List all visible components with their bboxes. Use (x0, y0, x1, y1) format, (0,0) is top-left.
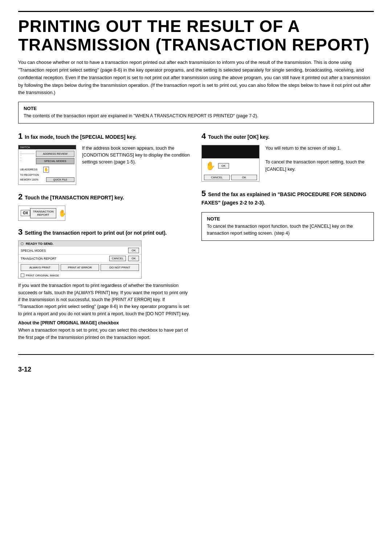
screen3-header: READY TO SEND. (19, 241, 141, 247)
step1-heading-text: In fax mode, touch the [SPECIAL MODES] k… (25, 134, 136, 140)
screen4-cancel-row: CANCEL OK (202, 174, 259, 181)
step4-desc-line2: To cancel the transaction report setting… (265, 159, 364, 171)
address-review-btn[interactable]: ADDRESS REVIEW (36, 151, 74, 157)
screen1-header: SWITCH (19, 145, 76, 149)
step4-body: ✋ OK CANCEL OK You will return to the sc… (201, 145, 374, 182)
page-number: 3-12 (18, 366, 374, 373)
screen3-ok-1[interactable]: OK (128, 248, 139, 253)
to-reception-label: TO RECEPTION (20, 174, 42, 176)
step4-heading-text: Touch the outer [OK] key. (208, 134, 269, 140)
screen3-special-row: SPECIAL MODES OK (19, 247, 141, 255)
step4-heading: 4Touch the outer [OK] key. (201, 131, 374, 142)
screen3-checkbox-row: PRINT ORIGINAL IMAGE (19, 272, 141, 278)
note-text-1: The contents of the transaction report a… (24, 113, 368, 119)
step3-heading: 3Setting the transaction report to print… (18, 227, 191, 238)
transaction-label: TRANSACTION (33, 210, 53, 213)
screen3-ready: READY TO SEND. (26, 242, 53, 246)
screen3-transaction: TRANSACTION REPORT (21, 257, 107, 260)
screen4-dark-area (202, 145, 259, 158)
special-modes-btn[interactable]: SPECIAL MODES (36, 158, 74, 164)
transaction-report-btn[interactable]: TRANSACTION REPORT (30, 208, 56, 218)
top-divider (18, 11, 374, 12)
screen4-ok[interactable]: OK (218, 163, 229, 169)
screen3-transaction-row: TRANSACTION REPORT CANCEL OK (19, 255, 141, 263)
screen3-ok-2[interactable]: OK (128, 256, 139, 261)
step2-heading-text: Touch the [TRANSACTION REPORT] key. (25, 195, 124, 200)
screen4-hand-row: ✋ OK (202, 158, 259, 174)
screen1-btns: ADDRESS REVIEW SPECIAL MODES (36, 151, 74, 165)
step-2: 2Touch the [TRANSACTION REPORT] key. OX … (18, 191, 191, 221)
step1-heading: 1In fax mode, touch the [SPECIAL MODES] … (18, 131, 191, 142)
step2-number: 2 (18, 192, 23, 201)
left-column: 1In fax mode, touch the [SPECIAL MODES] … (18, 131, 191, 347)
report-label: REPORT (33, 213, 53, 216)
title-line1: PRINTING OUT THE RESULT OF A (18, 17, 300, 36)
page-title: PRINTING OUT THE RESULT OF A TRANSMISSIO… (18, 17, 374, 54)
right-column: 4Touch the outer [OK] key. ✋ OK CANCEL O… (201, 131, 374, 347)
step-5: 5Send the fax as explained in "BASIC PRO… (201, 188, 374, 206)
screen1-body: ··· ··· ··· ··· ADDRESS REVIEW SPECIAL M… (19, 149, 76, 185)
always-print-btn[interactable]: ALWAYS PRINT (21, 264, 59, 271)
title-line2: TRANSMISSION (TRANSACTION REPORT) (18, 35, 369, 54)
step1-desc: If the address book screen appears, touc… (82, 145, 191, 166)
step3-sub-heading: About the [PRINT ORIGINAL IMAGE] checkbo… (18, 320, 191, 325)
quick-file-btn[interactable]: QUICK FILE (46, 177, 74, 182)
screen3-action-btns: ALWAYS PRINT PRINT AT ERROR DO NOT PRINT (19, 263, 141, 272)
screen1-left-list: ··· ··· ··· ··· (20, 151, 34, 165)
step-3: 3Setting the transaction report to print… (18, 227, 191, 341)
step2-screen: OX TRANSACTION REPORT ✋ (18, 206, 65, 221)
hand-icon-2: ✋ (58, 209, 66, 217)
print-at-error-btn[interactable]: PRINT AT ERROR (61, 264, 99, 271)
hand-icon-1: ✋ (43, 167, 49, 173)
note-label-2: NOTE (207, 216, 368, 222)
print-original-label: PRINT ORIGINAL IMAGE (26, 274, 59, 277)
step4-desc: You will return to the screen of step 1.… (265, 145, 374, 173)
step5-heading: 5Send the fax as explained in "BASIC PRO… (201, 188, 374, 206)
step-4: 4Touch the outer [OK] key. ✋ OK CANCEL O… (201, 131, 374, 182)
step3-heading-text: Setting the transaction report to print … (25, 230, 167, 236)
screen2-inner: OX TRANSACTION REPORT ✋ (21, 208, 63, 218)
note-label-1: NOTE (24, 106, 368, 111)
screen1-addr-area: ··· ··· ··· ··· ADDRESS REVIEW SPECIAL M… (20, 151, 74, 165)
step1-screen: SWITCH ··· ··· ··· ··· ADDR (18, 145, 76, 185)
note-box-2: NOTE To cancel the transaction report fu… (201, 212, 374, 241)
screen3-special-modes: SPECIAL MODES (21, 249, 126, 252)
main-content: 1In fax mode, touch the [SPECIAL MODES] … (18, 131, 374, 347)
step3-number: 3 (18, 227, 23, 236)
step3-screen: READY TO SEND. SPECIAL MODES OK TRANSACT… (18, 240, 142, 279)
screen1-memory-row: MEMORY:100% QUICK FILE (20, 177, 74, 182)
do-not-print-btn[interactable]: DO NOT PRINT (101, 264, 139, 271)
step4-number: 4 (201, 131, 206, 141)
step-1: 1In fax mode, touch the [SPECIAL MODES] … (18, 131, 191, 185)
step1-number: 1 (18, 131, 23, 141)
screen1-ub-row: UB ADDRESS ✋ (20, 167, 74, 173)
step1-body: SWITCH ··· ··· ··· ··· ADDR (18, 145, 191, 185)
screen2-right: TRANSACTION REPORT ✋ (30, 208, 66, 218)
intro-text: You can choose whether or not to have a … (18, 59, 374, 97)
step5-heading-text: Send the fax as explained in "BASIC PROC… (201, 191, 366, 206)
step2-heading: 2Touch the [TRANSACTION REPORT] key. (18, 191, 191, 203)
note-box-1: NOTE The contents of the transaction rep… (18, 102, 374, 123)
ok-label: OX (21, 210, 30, 216)
step4-screen: ✋ OK CANCEL OK (201, 145, 260, 182)
step3-body-text: If you want the transaction report to pr… (18, 282, 191, 317)
screen3-dot (21, 242, 24, 245)
hand-icon-3: ✋ (205, 161, 215, 171)
step4-desc-line1: You will return to the screen of step 1. (265, 146, 341, 151)
memory-label: MEMORY:100% (20, 178, 45, 181)
screen1-header-text: SWITCH (20, 146, 30, 149)
note-text-2: To cancel the transaction report functio… (207, 223, 368, 237)
ub-address-label: UB ADDRESS (20, 168, 42, 171)
screen4-ok2[interactable]: OK (231, 175, 257, 180)
step5-number: 5 (201, 189, 206, 198)
print-original-checkbox[interactable] (21, 274, 24, 277)
step3-sub-desc: When a transaction report is set to prin… (18, 327, 191, 341)
bottom-divider (18, 354, 374, 355)
screen1-reception-row: TO RECEPTION (20, 174, 74, 176)
screen4-cancel[interactable]: CANCEL (204, 175, 230, 180)
screen3-cancel[interactable]: CANCEL (109, 256, 126, 261)
